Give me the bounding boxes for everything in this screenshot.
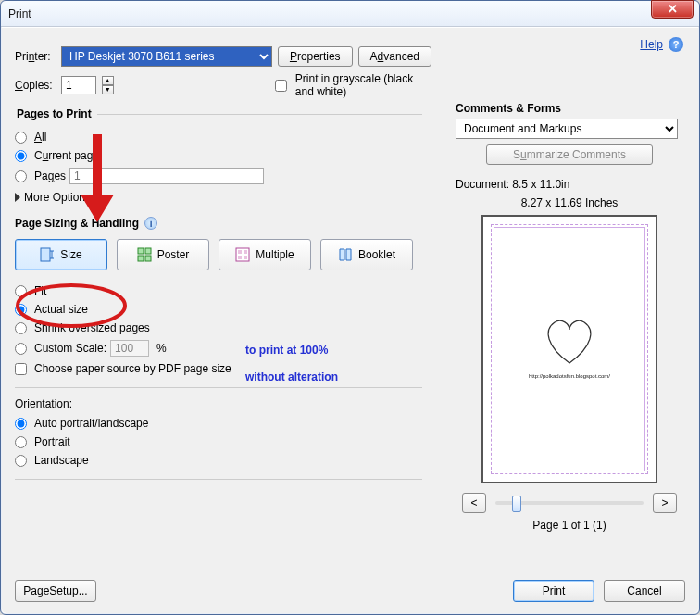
poster-icon: [137, 247, 152, 262]
copies-label: Copies:: [15, 79, 56, 92]
pages-to-print-legend: Pages to Print: [15, 107, 97, 120]
preview-url: http://polkadotsfun.blogspot.com/: [483, 373, 656, 379]
properties-button[interactable]: Properties: [278, 46, 353, 67]
custom-scale-radio[interactable]: [15, 343, 27, 355]
page-setup-button[interactable]: Page Setup...: [15, 580, 96, 602]
preview-content: http://polkadotsfun.blogspot.com/: [483, 317, 656, 379]
separator: [15, 387, 422, 388]
spinner-down-icon[interactable]: ▼: [102, 85, 114, 94]
help-link[interactable]: Help: [640, 38, 663, 51]
copies-input[interactable]: [61, 76, 96, 94]
printer-label: Printer:: [15, 50, 56, 63]
page-status: Page 1 of 1 (1): [456, 519, 683, 532]
paper-source-checkbox[interactable]: [15, 363, 27, 375]
tab-multiple[interactable]: Multiple: [219, 239, 311, 270]
tab-poster[interactable]: Poster: [117, 239, 209, 270]
svg-rect-4: [145, 256, 151, 261]
help-area: Help ?: [640, 37, 683, 52]
svg-rect-7: [244, 250, 247, 254]
booklet-icon: [338, 247, 353, 262]
portrait-radio[interactable]: [15, 436, 27, 448]
titlebar: Print ✕: [1, 1, 699, 27]
fit-label: Fit: [34, 284, 46, 297]
preview-slider[interactable]: [495, 501, 644, 505]
heart-icon: [542, 317, 597, 367]
grayscale-checkbox[interactable]: [275, 80, 287, 92]
actual-size-label: Actual size: [34, 303, 88, 316]
summarize-comments-button[interactable]: Summarize Comments: [486, 144, 653, 165]
tab-multiple-label: Multiple: [256, 248, 294, 261]
current-page-label: Current page: [34, 149, 99, 162]
svg-rect-2: [145, 248, 151, 254]
pages-to-print-section: Pages to Print All Current page Pages Mo…: [15, 107, 422, 207]
auto-orientation-label: Auto portrait/landscape: [34, 417, 148, 430]
shrink-label: Shrink oversized pages: [34, 321, 150, 334]
cancel-button[interactable]: Cancel: [604, 580, 685, 602]
all-label: All: [34, 131, 46, 144]
svg-rect-6: [238, 250, 242, 254]
more-options-label: More Options: [24, 191, 91, 204]
close-button[interactable]: ✕: [651, 0, 694, 19]
percent-label: %: [156, 342, 167, 355]
all-radio[interactable]: [15, 132, 27, 144]
page-dimensions: 8.27 x 11.69 Inches: [456, 196, 683, 209]
right-column: Comments & Forms Document and Markups Su…: [456, 102, 683, 532]
landscape-radio[interactable]: [15, 455, 27, 467]
info-icon[interactable]: i: [144, 217, 157, 230]
copies-row: Copies: ▲ ▼ Print in grayscale (black an…: [15, 72, 431, 98]
svg-rect-1: [138, 248, 144, 254]
pages-label: Pages: [34, 169, 66, 182]
paper-source-label: Choose paper source by PDF page size: [34, 362, 231, 375]
tab-size[interactable]: Size: [15, 239, 107, 270]
portrait-label: Portrait: [34, 435, 70, 448]
separator2: [15, 479, 422, 480]
left-column: Printer: HP Deskjet 3070 B611 series Pro…: [15, 46, 431, 480]
printer-row: Printer: HP Deskjet 3070 B611 series Pro…: [15, 46, 431, 67]
svg-rect-9: [244, 256, 247, 259]
preview-pager: < >: [456, 493, 683, 513]
print-button[interactable]: Print: [513, 580, 594, 602]
custom-scale-label: Custom Scale:: [34, 342, 106, 355]
pages-radio[interactable]: [15, 170, 27, 182]
tab-booklet[interactable]: Booklet: [320, 239, 413, 270]
print-dialog-window: Print ✕ Help ? Printer: HP Deskjet 3070 …: [0, 0, 700, 615]
tab-size-label: Size: [60, 248, 81, 261]
sizing-legend: Page Sizing & Handling: [15, 217, 139, 230]
size-icon: [40, 247, 55, 262]
print-preview: http://polkadotsfun.blogspot.com/: [481, 215, 657, 483]
grayscale-label: Print in grayscale (black and white): [295, 72, 431, 98]
multiple-icon: [235, 247, 250, 262]
landscape-label: Landscape: [34, 454, 89, 467]
actual-size-radio[interactable]: [15, 304, 27, 316]
shrink-radio[interactable]: [15, 322, 27, 334]
pages-input[interactable]: [69, 168, 264, 184]
orientation-legend: Orientation:: [15, 397, 431, 410]
custom-scale-input: [110, 340, 149, 357]
spinner-up-icon[interactable]: ▲: [102, 76, 114, 85]
comments-legend: Comments & Forms: [456, 102, 683, 115]
next-page-button[interactable]: >: [653, 493, 677, 513]
svg-rect-0: [41, 248, 50, 261]
svg-rect-8: [238, 256, 242, 259]
printer-select[interactable]: HP Deskjet 3070 B611 series: [61, 46, 272, 67]
bottom-bar: Page Setup... Print Cancel: [15, 580, 685, 602]
slider-thumb[interactable]: [512, 496, 521, 512]
help-icon[interactable]: ?: [669, 37, 683, 52]
sizing-tabs: Size Poster Multiple: [15, 239, 431, 270]
fit-radio[interactable]: [15, 285, 27, 297]
client-area: Help ? Printer: HP Deskjet 3070 B611 ser…: [2, 28, 698, 613]
auto-orientation-radio[interactable]: [15, 418, 27, 430]
tab-poster-label: Poster: [157, 248, 190, 261]
more-options-toggle[interactable]: More Options: [15, 187, 422, 207]
comments-select[interactable]: Document and Markups: [456, 119, 678, 139]
document-dimensions: Document: 8.5 x 11.0in: [456, 178, 683, 191]
sizing-header: Page Sizing & Handling i: [15, 217, 431, 230]
svg-rect-3: [138, 256, 144, 261]
window-title: Print: [8, 7, 31, 20]
prev-page-button[interactable]: <: [462, 493, 486, 513]
triangle-right-icon: [15, 193, 20, 202]
copies-spinner[interactable]: ▲ ▼: [102, 76, 114, 94]
current-page-radio[interactable]: [15, 150, 27, 162]
advanced-button[interactable]: Advanced: [358, 46, 431, 67]
tab-booklet-label: Booklet: [358, 248, 395, 261]
